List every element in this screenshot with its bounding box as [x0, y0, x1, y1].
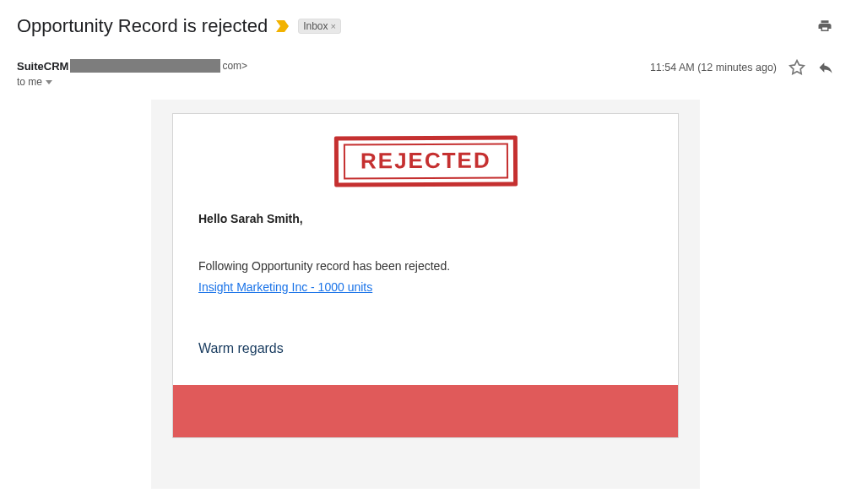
email-body-card: REJECTED Hello Sarah Smith, Following Op… — [172, 113, 679, 438]
opportunity-record-link[interactable]: Insight Marketing Inc - 1000 units — [198, 280, 372, 294]
importance-flag-icon — [276, 20, 290, 32]
recipient-text: to me — [17, 76, 42, 88]
rejected-stamp: REJECTED — [333, 135, 517, 187]
inbox-label-text: Inbox — [303, 20, 328, 32]
recipient-dropdown[interactable]: to me — [17, 76, 247, 88]
stamp-text: REJECTED — [360, 148, 491, 175]
chevron-down-icon — [46, 80, 52, 84]
sender-redacted — [70, 59, 220, 73]
greeting-text: Hello Sarah Smith, — [198, 212, 653, 225]
email-body-background: REJECTED Hello Sarah Smith, Following Op… — [151, 100, 700, 489]
email-subject: Opportunity Record is rejected — [17, 15, 268, 37]
timestamp: 11:54 AM (12 minutes ago) — [650, 62, 777, 73]
inbox-label-close-icon[interactable]: × — [331, 21, 336, 31]
print-icon[interactable] — [817, 19, 834, 34]
email-footer-bar — [173, 385, 678, 437]
sender-email-tail: com> — [222, 60, 247, 72]
star-icon[interactable] — [789, 59, 805, 76]
reply-icon[interactable] — [817, 59, 834, 76]
body-message-text: Following Opportunity record has been re… — [198, 259, 653, 273]
signoff-text: Warm regards — [198, 341, 653, 356]
sender-name: SuiteCRM — [17, 60, 68, 73]
inbox-label[interactable]: Inbox × — [298, 19, 341, 34]
